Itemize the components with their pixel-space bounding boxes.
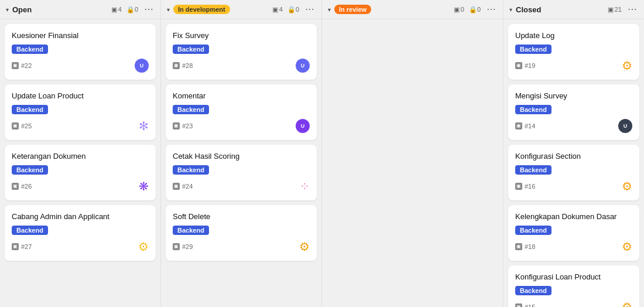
card-id-number: #25 <box>21 122 32 129</box>
card-id-number: #28 <box>182 62 193 69</box>
card-id: ▣ #16 <box>515 183 535 190</box>
card-footer: ▣ #25 ✻ <box>12 119 149 133</box>
card-footer: ▣ #16 ⚙ <box>515 179 632 193</box>
card-footer: ▣ #18 ⚙ <box>515 240 632 254</box>
card-footer: ▣ #15 ⚙ <box>515 300 632 307</box>
card-avatar-icon: ⚙ <box>622 179 632 193</box>
card-id-icon: ▣ <box>173 243 180 250</box>
task-count: ▣4 <box>111 6 122 13</box>
card-id-number: #18 <box>525 243 535 250</box>
header-meta: ▣0 🔒0 ⋯ <box>454 5 497 14</box>
card-id-number: #16 <box>525 183 535 190</box>
column-open: ▾ Open ▣4 🔒0 ⋯ Kuesioner Finansial Backe… <box>0 0 161 307</box>
column-body-in-review <box>322 19 503 307</box>
column-body-open: Kuesioner Finansial Backend ▣ #22 U Upda… <box>0 19 160 307</box>
card-id: ▣ #23 <box>173 122 193 129</box>
more-options-button[interactable]: ⋯ <box>626 5 638 14</box>
card-id: ▣ #26 <box>12 183 32 190</box>
card-avatar-icon: ❋ <box>139 179 149 193</box>
card-title: Keterangan Dokumen <box>12 152 149 161</box>
card[interactable]: Cabang Admin dan Applicant Backend ▣ #27… <box>5 205 156 261</box>
column-header-in-development: ▾ In development ▣4 🔒0 ⋯ <box>161 0 321 19</box>
lock-count: 🔒0 <box>287 6 299 13</box>
card-footer: ▣ #24 ⁘ <box>173 179 310 193</box>
tag-backend: Backend <box>12 165 48 175</box>
card-id: ▣ #14 <box>515 122 535 129</box>
task-count: ▣4 <box>272 6 283 13</box>
card[interactable]: Konfigurasi Loan Product Backend ▣ #15 ⚙ <box>508 265 639 307</box>
avatar: U <box>135 59 149 73</box>
more-options-button[interactable]: ⋯ <box>304 5 316 14</box>
card-footer: ▣ #27 ⚙ <box>12 240 149 254</box>
card-avatar-icon: ⚙ <box>622 300 632 307</box>
card-title: Cabang Admin dan Applicant <box>12 212 149 221</box>
card-id-icon: ▣ <box>515 243 522 250</box>
card[interactable]: Soft Delete Backend ▣ #29 ⚙ <box>166 205 317 261</box>
column-header-closed: ▾ Closed ▣21 ⋯ <box>503 0 644 19</box>
tag-backend: Backend <box>173 226 209 235</box>
column-in-review: ▾ In review ▣0 🔒0 ⋯ <box>322 0 503 307</box>
task-count: ▣21 <box>608 6 622 13</box>
tag-backend: Backend <box>173 165 209 175</box>
avatar: U <box>296 59 310 73</box>
chevron-icon: ▾ <box>6 6 9 13</box>
card[interactable]: Kelengkapan Dokumen Dasar Backend ▣ #18 … <box>508 205 639 261</box>
card[interactable]: Update Loan Product Backend ▣ #25 ✻ <box>5 84 156 140</box>
card[interactable]: Keterangan Dokumen Backend ▣ #26 ❋ <box>5 145 156 200</box>
avatar: U <box>618 119 632 133</box>
card-id: ▣ #19 <box>515 62 535 69</box>
card-avatar-icon: ⚙ <box>622 240 632 254</box>
card-id-number: #24 <box>182 183 193 190</box>
card-id-icon: ▣ <box>173 62 180 69</box>
chevron-icon: ▾ <box>328 6 331 13</box>
tag-backend: Backend <box>515 165 551 175</box>
more-options-button[interactable]: ⋯ <box>485 5 497 14</box>
card[interactable]: Update Log Backend ▣ #19 ⚙ <box>508 24 639 80</box>
card-id-number: #14 <box>525 122 535 129</box>
card-title: Konfigurasi Section <box>515 152 632 161</box>
card-title: Update Loan Product <box>12 91 149 100</box>
card-id: ▣ #25 <box>12 122 32 129</box>
column-header-in-review: ▾ In review ▣0 🔒0 ⋯ <box>322 0 503 19</box>
more-options-button[interactable]: ⋯ <box>143 5 155 14</box>
card-id-icon: ▣ <box>515 303 522 307</box>
card-id-icon: ▣ <box>515 62 522 69</box>
card[interactable]: Kuesioner Finansial Backend ▣ #22 U <box>5 24 156 80</box>
card-id-number: #15 <box>525 303 535 307</box>
column-closed: ▾ Closed ▣21 ⋯ Update Log Backend ▣ #19 … <box>503 0 644 307</box>
card[interactable]: Cetak Hasil Scoring Backend ▣ #24 ⁘ <box>166 145 317 200</box>
card-id-number: #22 <box>21 62 32 69</box>
card[interactable]: Komentar Backend ▣ #23 U <box>166 84 317 140</box>
lock-count: 🔒0 <box>469 6 481 13</box>
tag-backend: Backend <box>173 45 209 54</box>
card-title: Konfigurasi Loan Product <box>515 272 632 281</box>
card-footer: ▣ #28 U <box>173 59 310 73</box>
card-id-icon: ▣ <box>12 122 19 129</box>
tag-backend: Backend <box>515 226 551 235</box>
card-footer: ▣ #23 U <box>173 119 310 133</box>
header-meta: ▣4 🔒0 ⋯ <box>111 5 155 14</box>
card-footer: ▣ #29 ⚙ <box>173 240 310 254</box>
card-title: Cetak Hasil Scoring <box>173 152 310 161</box>
card-avatar-icon: ⁘ <box>300 179 310 193</box>
card-title: Soft Delete <box>173 212 310 221</box>
card-id: ▣ #22 <box>12 62 32 69</box>
column-body-closed: Update Log Backend ▣ #19 ⚙ Mengisi Surve… <box>503 19 644 307</box>
card-id-icon: ▣ <box>173 122 180 129</box>
column-body-in-development: Fix Survey Backend ▣ #28 U Komentar Back… <box>161 19 321 307</box>
status-badge-in-review: In review <box>334 5 371 14</box>
card-title: Kuesioner Finansial <box>12 31 149 40</box>
card[interactable]: Mengisi Survey Backend ▣ #14 U <box>508 84 639 140</box>
card[interactable]: Konfigurasi Section Backend ▣ #16 ⚙ <box>508 145 639 200</box>
card-footer: ▣ #26 ❋ <box>12 179 149 193</box>
card-avatar-icon: ⚙ <box>299 240 310 254</box>
card-avatar-icon: ✻ <box>139 119 149 133</box>
card-id-icon: ▣ <box>12 243 19 250</box>
card-title: Mengisi Survey <box>515 91 632 100</box>
tag-backend: Backend <box>12 226 48 235</box>
card-id-icon: ▣ <box>12 62 19 69</box>
card-id: ▣ #15 <box>515 303 535 307</box>
card[interactable]: Fix Survey Backend ▣ #28 U <box>166 24 317 80</box>
card-id: ▣ #27 <box>12 243 32 250</box>
column-title-closed: Closed <box>516 5 541 14</box>
